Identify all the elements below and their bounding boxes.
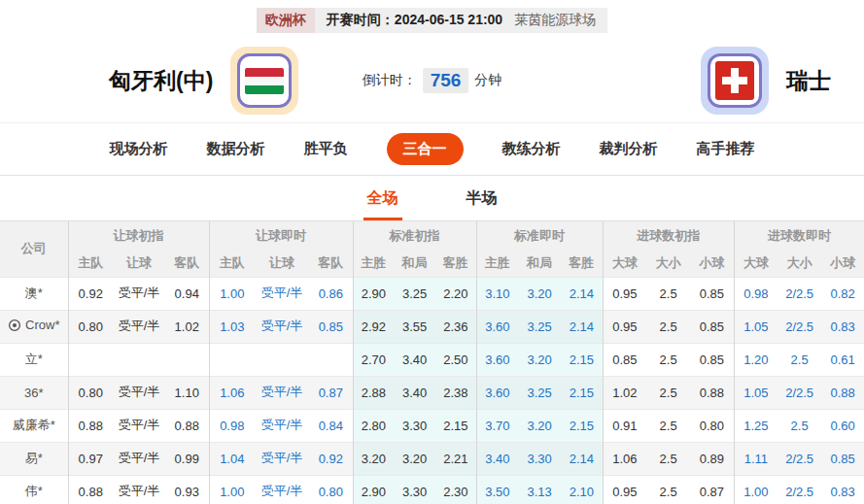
- odds-cell: 2.90: [353, 475, 394, 504]
- column-subheader: 让球: [113, 251, 165, 277]
- odds-cell: 3.10: [476, 277, 518, 310]
- odds-cell: 2.90: [353, 277, 394, 310]
- column-subheader: 主胜: [353, 251, 394, 277]
- odds-cell: 0.89: [690, 442, 734, 475]
- odds-cell: 1.04: [209, 442, 255, 475]
- column-subheader: 主胜: [476, 251, 518, 277]
- odds-cell: 0.88: [821, 376, 864, 409]
- odds-cell: [255, 343, 309, 376]
- odds-cell: 1.10: [165, 376, 209, 409]
- company-name: 伟*: [25, 483, 43, 500]
- nav-tab-three-in-one[interactable]: 三合一: [387, 133, 464, 165]
- nav-tab-live-analysis[interactable]: 现场分析: [110, 140, 168, 158]
- odds-cell: 2.50: [435, 343, 476, 376]
- nav-tab-referee-analysis[interactable]: 裁判分析: [600, 140, 658, 158]
- odds-cell: 受平/半: [113, 277, 165, 310]
- odds-cell: 受平/半: [113, 475, 165, 504]
- nav-tab-coach-analysis[interactable]: 教练分析: [502, 140, 561, 158]
- odds-cell: 1.20: [734, 343, 778, 376]
- odds-cell: [113, 343, 165, 376]
- odds-cell: [68, 343, 113, 376]
- match-header: 匈牙利(中) 倒计时： 756 分钟 瑞士: [0, 39, 864, 122]
- odds-cell: 0.80: [309, 475, 353, 504]
- odds-cell: 1.05: [734, 376, 778, 409]
- table-row: 澳*0.92受平/半0.941.00受平/半0.862.903.252.203.…: [0, 277, 864, 310]
- away-team-name: 瑞士: [786, 66, 831, 96]
- odds-cell: 2.5: [646, 409, 690, 442]
- odds-cell: 3.20: [518, 343, 561, 376]
- odds-cell: 2.5: [646, 442, 690, 475]
- column-group-header: 进球数即时: [734, 221, 864, 251]
- odds-cell: 1.06: [209, 376, 255, 409]
- odds-cell: 0.83: [821, 310, 864, 343]
- odds-cell: 0.88: [68, 409, 113, 442]
- odds-cell: 0.85: [690, 343, 734, 376]
- column-subheader: 大球: [603, 251, 646, 277]
- home-team: 匈牙利(中): [109, 47, 298, 115]
- nav-tab-expert-picks[interactable]: 高手推荐: [697, 140, 755, 158]
- odds-cell: 2.70: [353, 343, 394, 376]
- odds-cell: 1.00: [209, 475, 255, 504]
- odds-cell: 3.60: [476, 376, 518, 409]
- odds-cell: 2.15: [435, 409, 476, 442]
- column-group-header: 进球数初指: [603, 221, 734, 251]
- table-row: 威廉希*0.88受平/半0.880.98受平/半0.842.803.302.15…: [0, 409, 864, 442]
- odds-cell: [209, 343, 255, 376]
- odds-cell: 0.84: [309, 409, 353, 442]
- odds-cell: 0.86: [309, 277, 353, 310]
- nav-tab-data-analysis[interactable]: 数据分析: [207, 140, 265, 158]
- company-cell[interactable]: Crow*: [0, 310, 68, 343]
- odds-cell: 2.38: [435, 376, 476, 409]
- subtab-full-match[interactable]: 全场: [363, 188, 402, 220]
- away-team: 瑞士: [701, 47, 831, 115]
- column-subheader: 客胜: [561, 251, 603, 277]
- odds-cell: 0.80: [68, 310, 113, 343]
- odds-cell: 0.87: [309, 376, 353, 409]
- odds-cell: 3.25: [518, 376, 561, 409]
- odds-cell: 3.50: [476, 475, 518, 504]
- column-subheader: 和局: [394, 251, 435, 277]
- odds-cell: 3.20: [353, 442, 394, 475]
- odds-cell: 2.30: [435, 475, 476, 504]
- company-cell[interactable]: 威廉希*: [0, 409, 68, 442]
- odds-cell: 0.91: [603, 409, 646, 442]
- odds-cell: 3.40: [394, 376, 435, 409]
- odds-cell: 2.14: [561, 277, 603, 310]
- odds-cell: [309, 343, 353, 376]
- company-cell[interactable]: 澳*: [0, 277, 68, 310]
- home-team-flag-icon: [230, 47, 298, 115]
- odds-cell: 2/2.5: [778, 376, 821, 409]
- countdown-label: 倒计时：: [363, 72, 417, 89]
- odds-cell: 0.60: [821, 409, 864, 442]
- odds-cell: 0.85: [309, 310, 353, 343]
- table-row: 易*0.97受平/半0.991.04受平/半0.923.203.202.213.…: [0, 442, 864, 475]
- home-team-name: 匈牙利(中): [109, 66, 213, 96]
- odds-cell: 1.25: [734, 409, 778, 442]
- nav-tab-win-draw-lose[interactable]: 胜平负: [304, 140, 348, 158]
- odds-cell: 2.5: [646, 310, 690, 343]
- column-subheader: 和局: [518, 251, 561, 277]
- odds-cell: 0.98: [209, 409, 255, 442]
- column-subheader: 客胜: [435, 251, 476, 277]
- company-cell[interactable]: 易*: [0, 442, 68, 475]
- odds-cell: 3.30: [518, 442, 561, 475]
- subtab-half-match[interactable]: 半场: [463, 188, 501, 220]
- kickoff-time: 开赛时间：2024-06-15 21:00: [315, 8, 512, 33]
- table-row: Crow*0.80受平/半1.021.03受平/半0.852.923.552.3…: [0, 310, 864, 343]
- column-subheader: 大球: [734, 251, 778, 277]
- odds-cell: 2.20: [435, 277, 476, 310]
- odds-cell: 2.5: [646, 376, 690, 409]
- column-group-header: 标准初指: [353, 221, 476, 251]
- odds-cell: 受平/半: [113, 409, 165, 442]
- odds-cell: 3.70: [476, 409, 518, 442]
- nav-tabs: 现场分析数据分析胜平负三合一教练分析裁判分析高手推荐: [0, 122, 864, 176]
- company-cell[interactable]: 伟*: [0, 475, 68, 504]
- odds-cell: 3.55: [394, 310, 435, 343]
- odds-cell: 0.88: [690, 376, 734, 409]
- company-cell[interactable]: 36*: [0, 376, 68, 409]
- odds-cell: 0.85: [603, 343, 646, 376]
- column-subheader: 大小: [778, 251, 821, 277]
- odds-cell: 受平/半: [255, 475, 309, 504]
- company-cell[interactable]: 立*: [0, 343, 68, 376]
- odds-cell: 0.61: [821, 343, 864, 376]
